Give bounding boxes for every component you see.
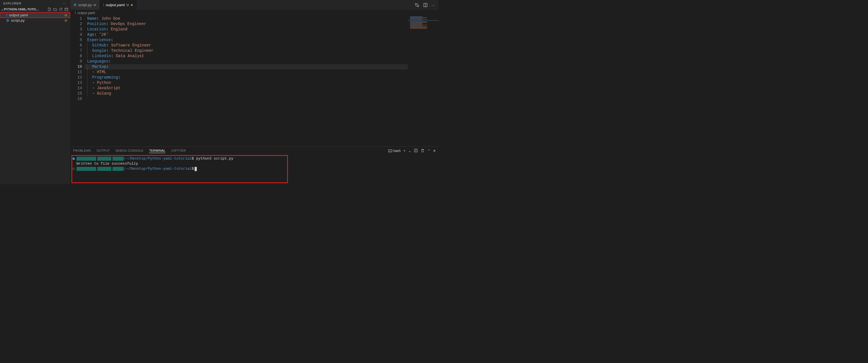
line-number: 8 [70, 53, 82, 59]
git-modified-badge: M [65, 19, 67, 22]
editor-more-icon[interactable]: ··· [432, 3, 435, 7]
git-modified-badge: M [65, 13, 67, 17]
panel-tab-terminal[interactable]: TERMINAL [149, 149, 165, 153]
panel-tab-problems[interactable]: PROBLEMS [73, 149, 91, 153]
terminal-output: Written to file successfully [72, 161, 436, 166]
new-file-icon[interactable] [48, 7, 52, 11]
file-item-output-yaml[interactable]: ! output.yaml M [0, 12, 70, 18]
tab-output-yaml[interactable]: ! output.yaml M × [100, 0, 137, 10]
terminal-prompt: $ [192, 157, 194, 161]
terminal-prompt: $ [192, 167, 194, 171]
git-modified-badge: M [93, 3, 96, 7]
line-number: 13 [70, 80, 82, 86]
code-line[interactable]: Experience: [84, 37, 439, 43]
code-line[interactable]: - Golang [84, 91, 439, 96]
code-line[interactable]: - HTML [84, 69, 439, 75]
project-section[interactable]: ⌄ PYTHON-YAML-TUTO… [0, 7, 70, 12]
code-line[interactable]: Location: England [84, 27, 439, 32]
line-number: 1 [70, 16, 82, 21]
panel-tab-jupyter[interactable]: JUPYTER [171, 149, 186, 153]
git-modified-badge: M [126, 3, 129, 7]
svg-point-2 [417, 6, 419, 7]
code-content[interactable]: Name: John DoePosition: DevOps EngineerL… [84, 16, 439, 146]
python-file-icon: ⚙ [6, 19, 9, 23]
line-number: 16 [70, 96, 82, 102]
code-line[interactable]: Google: Technical Engineer [84, 48, 439, 53]
line-number: 2 [70, 21, 82, 27]
redacted-host [97, 157, 111, 161]
tab-label: output.yaml [106, 3, 125, 7]
compare-changes-icon[interactable] [415, 3, 419, 7]
new-folder-icon[interactable] [53, 7, 57, 11]
line-number: 3 [70, 27, 82, 32]
split-terminal-icon[interactable] [414, 148, 418, 153]
maximize-panel-icon[interactable]: ⌃ [427, 149, 430, 153]
code-line[interactable]: Linkedin: Data Analyst [84, 53, 439, 59]
minimap[interactable] [408, 16, 439, 146]
terminal-dropdown-icon[interactable]: ⌄ [408, 149, 411, 153]
line-number: 9 [70, 59, 82, 64]
terminal-path: ~/Desktop/Python-yaml-tutorial [126, 157, 192, 161]
code-editor[interactable]: 12345678910111213141516 Name: John DoePo… [70, 16, 439, 146]
line-number: 14 [70, 86, 82, 91]
kill-terminal-icon[interactable] [421, 148, 425, 153]
close-tab-icon[interactable]: × [131, 3, 133, 7]
panel-tab-output[interactable]: OUTPUT [97, 149, 110, 153]
bottom-panel: PROBLEMSOUTPUTDEBUG CONSOLETERMINALJUPYT… [70, 146, 439, 184]
code-line[interactable]: Age: '26' [84, 32, 439, 37]
line-number: 11 [70, 69, 82, 75]
line-number: 15 [70, 91, 82, 96]
editor-tabs: ⚙ script.py M ! output.yaml M × ··· [70, 0, 439, 10]
terminal-active-dot-icon [72, 158, 75, 160]
terminal-idle-dot-icon [72, 168, 75, 170]
file-list: ! output.yaml M⚙ script.py M [0, 12, 70, 23]
panel-tab-debug-console[interactable]: DEBUG CONSOLE [116, 149, 144, 153]
svg-point-1 [415, 3, 416, 4]
code-line[interactable]: - Python [84, 80, 439, 86]
yaml-file-icon: ! [6, 13, 7, 17]
file-item-script-py[interactable]: ⚙ script.py M [0, 18, 70, 23]
file-name: script.py [11, 18, 64, 23]
terminal-cursor [194, 167, 197, 171]
line-number: 6 [70, 43, 82, 48]
terminal-path: ~/Desktop/Python-yaml-tutorial [126, 167, 192, 171]
code-line[interactable]: - JavaScript [84, 86, 439, 91]
tab-script-py[interactable]: ⚙ script.py M [70, 0, 100, 10]
terminal-shell-label: bash [393, 149, 401, 153]
line-gutter: 12345678910111213141516 [70, 16, 84, 146]
refresh-icon[interactable] [59, 7, 63, 11]
explorer-title: EXPLORER [3, 2, 21, 5]
code-line[interactable]: GitHub: Software Engineer [84, 43, 439, 48]
code-line[interactable]: Markup: [84, 64, 439, 69]
line-number: 12 [70, 75, 82, 80]
code-line[interactable]: Languages: [84, 59, 439, 64]
close-panel-icon[interactable]: ✕ [433, 149, 436, 153]
panel-tabs: PROBLEMSOUTPUTDEBUG CONSOLETERMINALJUPYT… [70, 147, 439, 155]
chevron-down-icon: ⌄ [1, 8, 3, 11]
file-name: output.yaml [9, 13, 64, 17]
split-editor-icon[interactable] [423, 3, 428, 7]
code-line[interactable]: Programming: [84, 75, 439, 80]
explorer-more-icon[interactable]: ··· [62, 2, 67, 5]
explorer-header: EXPLORER ··· [0, 0, 70, 7]
code-line[interactable]: Position: DevOps Engineer [84, 21, 439, 27]
breadcrumb-file: output.yaml [78, 11, 95, 15]
redacted-host2 [113, 167, 124, 171]
terminal-launch-profile[interactable]: bash [388, 149, 401, 153]
code-line[interactable]: Name: John Doe [84, 16, 439, 21]
explorer-sidebar: EXPLORER ··· ⌄ PYTHON-YAML-TUTO… ! outpu… [0, 0, 70, 184]
svg-rect-0 [65, 8, 68, 11]
line-number: 7 [70, 48, 82, 53]
terminal-line: :~/Desktop/Python-yaml-tutorial $ [72, 166, 436, 171]
yaml-file-icon: ! [75, 11, 76, 15]
terminal-line: :~/Desktop/Python-yaml-tutorial $ python… [72, 156, 436, 161]
terminal[interactable]: :~/Desktop/Python-yaml-tutorial $ python… [70, 155, 439, 184]
redacted-user [76, 157, 96, 161]
python-file-icon: ⚙ [74, 3, 76, 7]
line-number: 5 [70, 37, 82, 43]
yaml-file-icon: ! [103, 3, 104, 7]
collapse-icon[interactable] [64, 7, 68, 11]
new-terminal-icon[interactable]: + [403, 149, 405, 153]
breadcrumb[interactable]: ! output.yaml [70, 10, 439, 16]
line-number: 4 [70, 32, 82, 37]
